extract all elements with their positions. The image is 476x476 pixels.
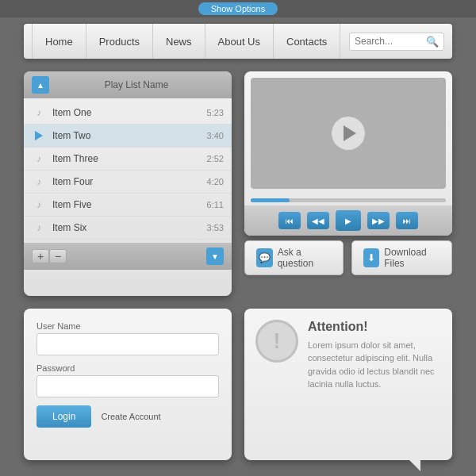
attention-title: Attention! bbox=[308, 320, 441, 334]
playlist-item-name-4: Item Four bbox=[52, 176, 207, 187]
video-play-button[interactable] bbox=[332, 117, 365, 150]
search-box: 🔍 bbox=[349, 33, 444, 51]
playlist-item-name-2: Item Two bbox=[52, 130, 207, 141]
ask-question-button[interactable]: 💬 Ask a question bbox=[244, 240, 344, 275]
playlist-item-time-3: 2:52 bbox=[207, 154, 224, 163]
note-icon-6: ♪ bbox=[32, 222, 46, 233]
skip-forward-button[interactable]: ⏭ bbox=[396, 212, 418, 229]
progress-fill bbox=[251, 198, 290, 202]
download-files-button[interactable]: ⬇ Download Files bbox=[351, 240, 452, 275]
login-widget: User Name Password Login Create Account bbox=[24, 309, 232, 461]
note-icon-4: ♪ bbox=[32, 176, 46, 187]
playlist-items: ♪ Item One 5:23 Item Two 3:40 ♪ Item Thr… bbox=[24, 98, 232, 243]
password-input[interactable] bbox=[36, 375, 219, 397]
attention-icon: ! bbox=[255, 320, 298, 363]
playlist-item-2[interactable]: Item Two 3:40 bbox=[24, 125, 232, 148]
username-label: User Name bbox=[36, 321, 219, 331]
show-options-button[interactable]: Show Options bbox=[198, 2, 278, 15]
playlist-widget: Play List Name ♪ Item One 5:23 Item Two … bbox=[24, 71, 232, 296]
video-progress-bar[interactable] bbox=[244, 195, 452, 205]
attention-widget: ! Attention! Lorem ipsum dolor sit amet,… bbox=[244, 309, 452, 461]
playlist-title: Play List Name bbox=[49, 79, 224, 90]
ask-question-label: Ask a question bbox=[278, 247, 332, 269]
rewind-button[interactable]: ◀◀ bbox=[307, 212, 329, 229]
username-field-group: User Name bbox=[36, 321, 219, 355]
login-button[interactable]: Login bbox=[36, 405, 91, 428]
play-icon-2 bbox=[32, 130, 46, 141]
playlist-item-5[interactable]: ♪ Item Five 6:11 bbox=[24, 194, 232, 217]
playlist-down-button[interactable] bbox=[206, 248, 224, 265]
nav-items: Home Products News About Us Contacts bbox=[32, 24, 349, 59]
playlist-item-time-2: 3:40 bbox=[207, 131, 224, 140]
playlist-item-time-1: 5:23 bbox=[207, 108, 224, 117]
video-column: ⏮ ◀◀ ▶ ▶▶ ⏭ 💬 Ask a question ⬇ Download … bbox=[244, 71, 452, 296]
nav-item-products[interactable]: Products bbox=[86, 24, 153, 59]
playlist-item-1[interactable]: ♪ Item One 5:23 bbox=[24, 102, 232, 125]
playlist-add-button[interactable]: + bbox=[32, 249, 49, 263]
playlist-remove-button[interactable]: − bbox=[49, 249, 67, 263]
playlist-item-4[interactable]: ♪ Item Four 4:20 bbox=[24, 171, 232, 194]
note-icon-5: ♪ bbox=[32, 199, 46, 210]
nav-item-home[interactable]: Home bbox=[32, 24, 86, 59]
action-buttons-row: 💬 Ask a question ⬇ Download Files bbox=[244, 240, 452, 275]
fast-forward-button[interactable]: ▶▶ bbox=[367, 212, 390, 229]
playlist-item-name-1: Item One bbox=[52, 107, 207, 118]
skip-back-button[interactable]: ⏮ bbox=[278, 212, 301, 229]
playlist-header: Play List Name bbox=[24, 71, 232, 98]
playlist-item-6[interactable]: ♪ Item Six 3:53 bbox=[24, 217, 232, 240]
progress-track bbox=[251, 198, 446, 202]
play-triangle-icon bbox=[344, 125, 356, 141]
search-icon: 🔍 bbox=[426, 36, 439, 48]
play-pause-button[interactable]: ▶ bbox=[336, 210, 361, 231]
playlist-item-time-6: 3:53 bbox=[207, 223, 224, 232]
attention-body: Lorem ipsum dolor sit amet, consectetur … bbox=[308, 339, 441, 391]
video-screen bbox=[251, 78, 446, 189]
playlist-up-button[interactable] bbox=[32, 76, 49, 94]
chat-icon: 💬 bbox=[256, 248, 273, 267]
exclamation-icon: ! bbox=[273, 328, 280, 354]
create-account-link[interactable]: Create Account bbox=[101, 412, 160, 421]
note-icon-1: ♪ bbox=[32, 107, 46, 118]
note-icon-3: ♪ bbox=[32, 153, 46, 164]
playlist-item-name-5: Item Five bbox=[52, 199, 207, 210]
playlist-item-time-5: 6:11 bbox=[207, 200, 224, 209]
navigation-bar: Home Products News About Us Contacts 🔍 bbox=[24, 24, 452, 59]
playlist-item-name-6: Item Six bbox=[52, 222, 207, 233]
playlist-item-time-4: 4:20 bbox=[207, 177, 224, 186]
password-field-group: Password bbox=[36, 363, 219, 397]
login-actions: Login Create Account bbox=[36, 405, 219, 428]
video-widget: ⏮ ◀◀ ▶ ▶▶ ⏭ bbox=[244, 71, 452, 236]
download-files-label: Download Files bbox=[384, 247, 440, 269]
top-bar: Show Options bbox=[0, 0, 476, 17]
playlist-item-3[interactable]: ♪ Item Three 2:52 bbox=[24, 148, 232, 171]
download-icon: ⬇ bbox=[363, 248, 380, 267]
playlist-footer: + − bbox=[24, 243, 232, 270]
username-input[interactable] bbox=[36, 333, 219, 355]
nav-item-news[interactable]: News bbox=[153, 24, 205, 59]
search-input[interactable] bbox=[355, 36, 426, 47]
password-label: Password bbox=[36, 363, 219, 373]
video-controls: ⏮ ◀◀ ▶ ▶▶ ⏭ bbox=[244, 205, 452, 236]
nav-item-about[interactable]: About Us bbox=[205, 24, 274, 59]
nav-item-contacts[interactable]: Contacts bbox=[274, 24, 340, 59]
playlist-item-name-3: Item Three bbox=[52, 153, 207, 164]
attention-text-block: Attention! Lorem ipsum dolor sit amet, c… bbox=[308, 320, 441, 391]
